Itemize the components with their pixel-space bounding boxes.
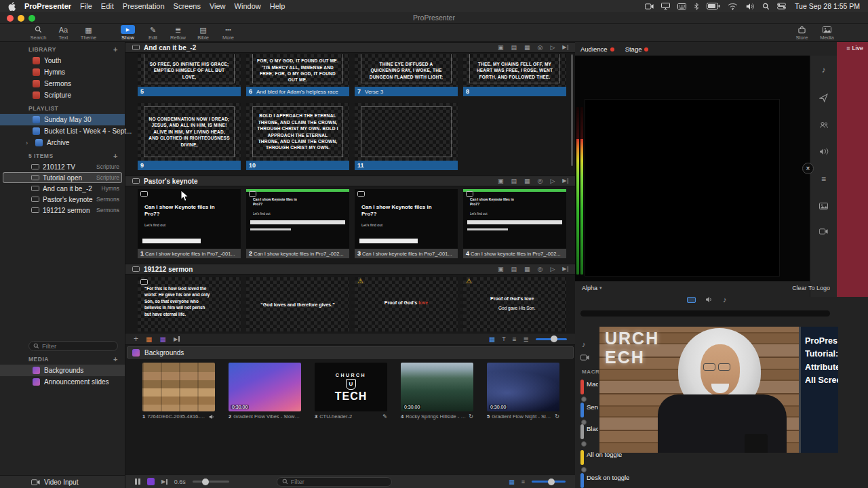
- slide-5[interactable]: SO FREE, SO INFINITE HIS GRACE; EMPTIED …: [138, 54, 241, 96]
- slide-6[interactable]: FOR, O MY GOD, IT FOUND OUT ME. 'TIS MER…: [246, 54, 349, 96]
- slide-11[interactable]: 11: [355, 103, 458, 170]
- theme-button[interactable]: ▦ Theme: [76, 25, 101, 41]
- grid-icon[interactable]: ▦: [524, 45, 530, 51]
- bible-button[interactable]: ▤ Bible: [191, 25, 216, 41]
- playlist-item-191212-sermon[interactable]: 191212 sermonSermons: [3, 205, 122, 216]
- lyrics-list-icon[interactable]: ≡: [821, 174, 826, 184]
- wifi-icon[interactable]: [728, 3, 738, 10]
- grid-icon[interactable]: ▦: [524, 266, 530, 272]
- control-center-icon[interactable]: [777, 3, 786, 9]
- text-view-icon[interactable]: T: [502, 336, 506, 342]
- audio-icon[interactable]: ♪: [822, 65, 826, 75]
- sermon-slide-4[interactable]: ⚠ Proof of God's love God gave His Son.: [463, 277, 566, 331]
- macro-desk-on-toggle[interactable]: Desk on toggle: [580, 473, 682, 488]
- library-item-youth[interactable]: Youth: [0, 55, 125, 66]
- macro-trigger-dot[interactable]: [581, 396, 587, 402]
- playlist-item-and-can-it-be[interactable]: And can it be_-2Hymns: [3, 183, 122, 194]
- transport-filter-input[interactable]: [291, 479, 372, 485]
- target-icon[interactable]: ◎: [538, 178, 543, 184]
- play-icon[interactable]: ▷: [550, 178, 555, 184]
- macro-blac[interactable]: Blac: [580, 424, 598, 447]
- background-thumb-3[interactable]: CHURCH U TECH: [315, 363, 387, 411]
- alpha-dropdown[interactable]: Alpha: [582, 285, 597, 291]
- panel-divider[interactable]: [580, 310, 830, 317]
- macro-serv[interactable]: Serv: [580, 403, 598, 425]
- menu-view[interactable]: View: [210, 2, 226, 10]
- keynote-slide-3[interactable]: Can I show Keynote files in Pro7? Let's …: [355, 189, 458, 258]
- keyboard-icon[interactable]: [677, 3, 686, 9]
- arrangement-icon[interactable]: ▦: [146, 336, 152, 343]
- menu-window[interactable]: Window: [235, 2, 261, 10]
- skip-icon[interactable]: ▶: [562, 45, 568, 50]
- audio-bin-icon[interactable]: ♪: [582, 340, 586, 348]
- playlist-item-tutorial-open[interactable]: Tutorial openScripture: [3, 172, 122, 183]
- playlist-item-210112-tv[interactable]: 210112 TVScripture: [3, 161, 122, 172]
- slide-8[interactable]: THEE. MY CHAINS FELL OFF, MY HEART WAS F…: [463, 54, 566, 96]
- edit-button[interactable]: ✎ Edit: [140, 25, 165, 41]
- background-label-3[interactable]: 3 CTU-header-2 ✎: [315, 413, 387, 420]
- section-header-hymn[interactable]: And can it be_-2 ▣ ▤ ▦ ◎ ▷ ▶: [125, 42, 575, 53]
- slide-layer-icon[interactable]: [687, 297, 696, 303]
- sermon-slide-3[interactable]: ⚠ Proof of God's love: [355, 277, 458, 331]
- layout-icon[interactable]: ▤: [511, 178, 517, 184]
- macro-mac[interactable]: Mac: [580, 380, 598, 402]
- section-header-keynote[interactable]: Pastor's keynote ▣ ▤ ▦ ◎ ▷ ▶: [125, 176, 575, 186]
- group-icon[interactable]: ▦: [159, 336, 165, 343]
- target-icon[interactable]: ◎: [538, 45, 543, 51]
- playlist-archive[interactable]: ›Archive: [0, 137, 125, 148]
- video-bin-icon[interactable]: [580, 354, 589, 361]
- skip-icon[interactable]: ▶: [161, 479, 167, 485]
- macro-trigger-dot[interactable]: [581, 467, 587, 472]
- slide-10[interactable]: BOLD I APPROACH THE ETERNAL THRONE, AND …: [246, 103, 349, 170]
- background-thumb-4[interactable]: 0:30.00: [401, 363, 473, 411]
- skip-icon[interactable]: ▶: [562, 266, 568, 272]
- audience-output[interactable]: Audience: [580, 45, 614, 53]
- background-label-4[interactable]: 4 Rocky Springs Hillside - Slow -... ↻: [401, 413, 473, 420]
- live-tab[interactable]: ≡ Live: [846, 45, 863, 52]
- transition-time[interactable]: 0.6s: [174, 479, 186, 485]
- image-icon[interactable]: [819, 203, 828, 209]
- skip-icon[interactable]: ▶: [174, 336, 180, 342]
- add-icon[interactable]: +: [134, 334, 138, 344]
- media-item-backgrounds[interactable]: Backgrounds: [0, 365, 125, 376]
- playlist-sunday-may-30[interactable]: Sunday May 30: [0, 114, 125, 125]
- macro-all-on-toggle[interactable]: All on toggle: [580, 450, 682, 472]
- menu-presentation[interactable]: Presentation: [123, 2, 165, 10]
- add-item-icon[interactable]: +: [113, 152, 118, 160]
- background-thumb-1[interactable]: [142, 363, 215, 411]
- sermon-slide-1[interactable]: “For this is how God loved the world: He…: [138, 277, 241, 331]
- backgrounds-header[interactable]: Backgrounds: [127, 346, 574, 359]
- size-icon[interactable]: ▣: [498, 266, 504, 272]
- size-icon[interactable]: ▣: [498, 178, 504, 184]
- skip-icon[interactable]: ▶: [562, 178, 568, 184]
- keynote-slide-4[interactable]: Can I show Keynote files in Pro7? Let's …: [463, 189, 566, 258]
- pause-icon[interactable]: [135, 479, 140, 485]
- size-icon[interactable]: ▣: [498, 45, 504, 51]
- layout-icon[interactable]: ▤: [511, 266, 517, 272]
- video-input-row[interactable]: Video Input: [0, 475, 125, 488]
- list-view-icon[interactable]: ≡: [513, 336, 517, 343]
- play-icon[interactable]: ▷: [550, 266, 555, 272]
- show-button[interactable]: ▶ Show: [115, 25, 140, 41]
- background-thumb-2[interactable]: 0:30.00: [229, 363, 301, 411]
- slide-9[interactable]: NO CONDEMNATION NOW I DREAD; JESUS, AND …: [138, 103, 241, 170]
- users-icon[interactable]: [819, 121, 829, 129]
- thumbnail-size-slider[interactable]: [536, 338, 567, 340]
- more-button[interactable]: ••• More: [216, 25, 241, 41]
- background-label-2[interactable]: 2 Gradient Flow Vibes - Slow - H...: [229, 413, 301, 420]
- music-note-icon[interactable]: ♪: [723, 296, 727, 304]
- keynote-slide-2[interactable]: Can I show Keynote files in Pro7? Let's …: [246, 189, 349, 258]
- menubar-clock[interactable]: Tue Sep 28 1:55 PM: [795, 2, 860, 10]
- menu-file[interactable]: File: [80, 2, 92, 10]
- keynote-slide-1[interactable]: Can I show Keynote files in Pro7? Let's …: [138, 189, 241, 258]
- sermon-slide-2[interactable]: “God loves and therefore gives.”: [246, 277, 349, 331]
- spotlight-search-icon[interactable]: [762, 3, 770, 10]
- macro-trigger-dot[interactable]: [581, 441, 587, 447]
- target-icon[interactable]: ◎: [538, 266, 543, 272]
- zoom-slider[interactable]: [532, 481, 566, 483]
- volume-icon[interactable]: [745, 3, 755, 10]
- layout-icon[interactable]: ▤: [511, 45, 517, 51]
- battery-icon[interactable]: [707, 3, 720, 9]
- grid-view-icon[interactable]: ▦: [489, 336, 495, 343]
- library-item-sermons[interactable]: Sermons: [0, 78, 125, 89]
